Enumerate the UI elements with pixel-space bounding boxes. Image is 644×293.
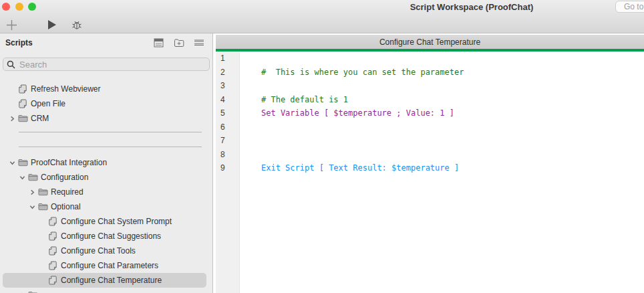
sidebar-item-label: Required: [49, 187, 84, 197]
new-script-list-icon[interactable]: [153, 37, 164, 47]
line-number: 1: [216, 54, 239, 63]
line-number: 9: [216, 163, 239, 173]
code-editor[interactable]: 1 2 # This is where you can set the para…: [216, 52, 644, 293]
sidebar-item-configure-chat-system-prompt[interactable]: Configure Chat System Prompt: [0, 214, 212, 229]
organize-lines-icon[interactable]: [193, 37, 204, 47]
script-icon: [17, 99, 29, 108]
sidebar-item-optional[interactable]: Optional: [0, 199, 212, 214]
folder-icon: [17, 159, 29, 167]
new-script-icon[interactable]: [4, 17, 19, 32]
code-line[interactable]: 5 Set Variable [ $temperature ; Value: 1…: [216, 106, 644, 120]
folder-icon: [27, 173, 39, 181]
sidebar-item-label: Configure Chat System Prompt: [59, 217, 172, 226]
sidebar-item-label: Configure Chat Temperature: [59, 276, 162, 285]
scripts-sidebar: Scripts: [0, 33, 213, 293]
sidebar-item-label: Configure Chat Parameters: [59, 261, 158, 270]
sidebar-item-open-file[interactable]: Open File: [0, 96, 212, 111]
code-line[interactable]: 6: [216, 120, 644, 134]
title-bar: Script Workspace (ProofChat) Go to: [0, 0, 644, 33]
goto-field[interactable]: Go to: [615, 1, 644, 13]
scripts-list: Refresh Webviewer Open File CRM ProofCha…: [0, 82, 212, 293]
sidebar-item-refresh-webviewer[interactable]: Refresh Webviewer: [0, 82, 212, 96]
sidebar-item-label: Refresh Webviewer: [29, 84, 100, 94]
line-number: 4: [216, 95, 239, 104]
code-line[interactable]: 3: [216, 79, 644, 93]
search-input[interactable]: [3, 58, 210, 71]
sidebar-item-label: Optional: [49, 202, 81, 211]
search-field-wrap: [3, 58, 210, 71]
tab-label: Configure Chat Temperature: [379, 37, 480, 47]
chevron-down-icon[interactable]: [8, 160, 17, 166]
list-separator: [0, 140, 212, 155]
folder-icon: [37, 188, 49, 196]
line-number: 2: [216, 68, 239, 77]
sidebar-item-configure-chat-suggestions[interactable]: Configure Chat Suggestions: [0, 229, 212, 243]
line-number: 8: [216, 150, 239, 159]
line-number: 6: [216, 122, 239, 132]
sidebar-item-label: ProofChat Integration: [29, 158, 107, 167]
script-icon: [47, 276, 59, 285]
debug-script-icon[interactable]: [69, 17, 84, 32]
sidebar-item-label: Open File: [29, 99, 65, 108]
minimize-button[interactable]: [15, 3, 23, 11]
script-icon: [47, 231, 59, 241]
sidebar-item-label: Configure Chat Tools: [59, 246, 136, 256]
script-icon: [47, 261, 59, 270]
code-text: # The default is 1: [239, 95, 348, 104]
search-icon: [7, 60, 15, 72]
close-button[interactable]: [2, 3, 10, 11]
sidebar-item-configuration[interactable]: Configuration: [0, 170, 212, 185]
sidebar-item-configure-chat-tools[interactable]: Configure Chat Tools: [0, 243, 212, 258]
sidebar-item-required[interactable]: Required: [0, 185, 212, 199]
sidebar-item-proofchat-integration[interactable]: ProofChat Integration: [0, 155, 212, 170]
line-number: 7: [216, 136, 239, 145]
code-line[interactable]: 1: [216, 52, 644, 66]
sidebar-item-crm[interactable]: CRM: [0, 111, 212, 126]
script-editor-pane: Configure Chat Temperature 1 2 # This is…: [214, 33, 644, 293]
tab-configure-chat-temperature[interactable]: Configure Chat Temperature: [216, 35, 644, 49]
code-lines: 1 2 # This is where you can set the para…: [216, 52, 644, 175]
code-text: Exit Script [ Text Result: $temperature …: [239, 163, 459, 173]
run-script-icon[interactable]: [44, 17, 59, 32]
line-number: 5: [216, 108, 239, 118]
code-line[interactable]: 2 # This is where you can set the parame…: [216, 66, 644, 80]
script-icon: [17, 84, 29, 94]
chevron-down-icon[interactable]: [18, 175, 27, 181]
list-separator: [0, 126, 212, 140]
sidebar-item-configure-chat-temperature[interactable]: Configure Chat Temperature: [0, 273, 212, 288]
code-text: Set Variable [ $temperature ; Value: 1 ]: [239, 108, 454, 118]
script-icon: [47, 246, 59, 256]
code-text: # This is where you can set the paramete…: [239, 68, 464, 77]
line-number: 3: [216, 81, 239, 90]
code-line[interactable]: 9 Exit Script [ Text Result: $temperatur…: [216, 161, 644, 175]
chevron-right-icon[interactable]: [28, 189, 37, 195]
script-icon: [47, 217, 59, 226]
sidebar-item-label: Configuration: [39, 173, 88, 182]
code-line[interactable]: 7: [216, 134, 644, 148]
chevron-right-icon[interactable]: [8, 116, 17, 122]
new-folder-icon[interactable]: [173, 37, 184, 47]
sidebar-item-label: CRM: [29, 114, 49, 123]
folder-icon: [17, 114, 29, 122]
code-line[interactable]: 8: [216, 148, 644, 162]
sidebar-item-configure-chat-parameters[interactable]: Configure Chat Parameters: [0, 258, 212, 273]
sidebar-title: Scripts: [5, 38, 153, 47]
code-line[interactable]: 4 # The default is 1: [216, 93, 644, 107]
sidebar-row[interactable]: [0, 288, 212, 293]
zoom-button[interactable]: [28, 3, 36, 11]
chevron-down-icon[interactable]: [28, 204, 37, 210]
sidebar-header: Scripts: [0, 33, 212, 52]
sidebar-item-label: Configure Chat Suggestions: [59, 231, 161, 241]
script-workspace-window: { "window": { "title": "Script Workspace…: [0, 0, 644, 293]
folder-icon: [37, 203, 49, 211]
window-title: Script Workspace (ProofChat): [410, 2, 534, 12]
